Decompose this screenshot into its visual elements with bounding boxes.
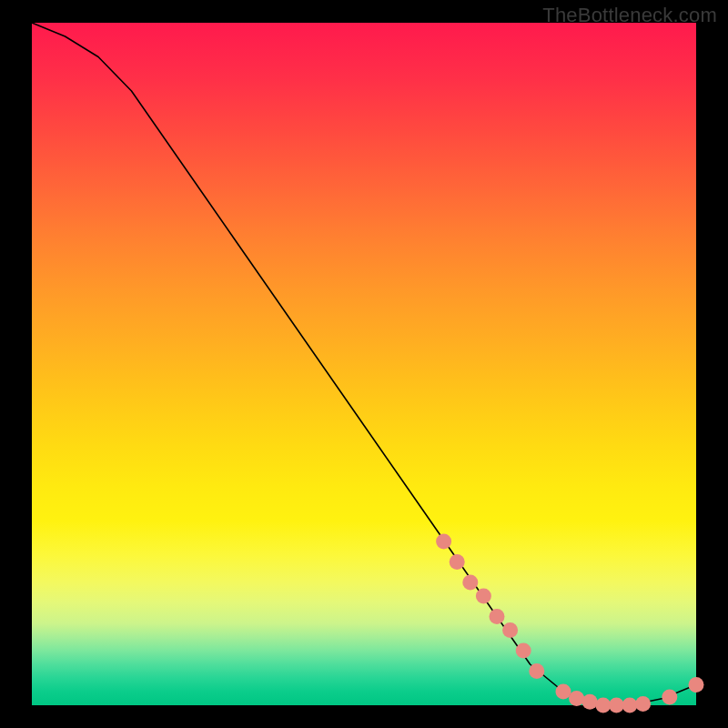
marker-group xyxy=(436,534,703,713)
curve-marker xyxy=(582,694,598,710)
plot-area xyxy=(32,23,696,705)
attribution-text: TheBottleneck.com xyxy=(542,4,717,27)
curve-marker xyxy=(595,698,611,713)
curve-marker xyxy=(476,589,491,604)
curve-marker xyxy=(490,609,505,624)
curve-marker xyxy=(635,696,651,712)
curve-marker xyxy=(450,554,465,570)
curve-svg xyxy=(32,23,696,705)
bottleneck-curve-path xyxy=(32,23,696,705)
curve-marker xyxy=(436,534,451,550)
curve-marker xyxy=(516,643,531,659)
curve-marker xyxy=(609,698,624,713)
chart-frame: TheBottleneck.com xyxy=(0,0,728,728)
curve-marker xyxy=(569,691,584,706)
curve-marker xyxy=(556,684,571,700)
curve-marker xyxy=(529,663,544,679)
curve-marker xyxy=(462,575,478,591)
curve-marker xyxy=(502,622,518,638)
curve-marker xyxy=(689,677,704,693)
curve-marker xyxy=(662,690,677,705)
curve-marker xyxy=(622,698,638,713)
